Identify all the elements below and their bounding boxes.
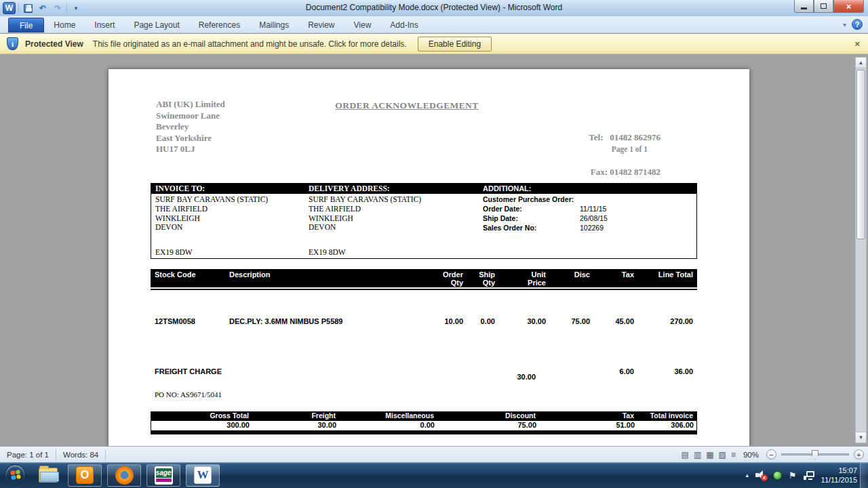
order-date-label: Order Date: — [483, 205, 522, 213]
divider — [105, 449, 106, 460]
outline-view-button[interactable]: ▧ — [719, 450, 726, 460]
fullscreen-reading-view-button[interactable]: ▥ — [694, 450, 701, 460]
print-layout-view-button[interactable]: ▤ — [682, 450, 689, 460]
zoom-out-button[interactable]: − — [766, 449, 776, 460]
tab-mailings[interactable]: Mailings — [250, 18, 298, 33]
items-table-header: Stock Code Description Order Qty Ship Qt… — [151, 269, 697, 290]
scrollbar-thumb[interactable] — [856, 70, 865, 239]
item-disc: 75.00 — [542, 317, 590, 325]
document-page: ABI (UK) Limited Swinemoor Lane Beverley… — [108, 69, 749, 446]
company-address-line: Beverley — [156, 121, 225, 133]
freight-value: 30.00 — [269, 421, 336, 429]
document-title: ORDER ACKNOWLEDGEMENT — [312, 100, 502, 111]
tab-page-layout[interactable]: Page Layout — [124, 18, 189, 33]
word-taskbar-button[interactable]: W — [186, 464, 220, 487]
freight-tax: 6.00 — [587, 367, 634, 375]
help-button[interactable]: ? — [852, 19, 863, 30]
col-disc: Disc — [549, 270, 590, 279]
scroll-up-button[interactable]: ▲ — [856, 58, 866, 68]
company-address-block: ABI (UK) Limited Swinemoor Lane Beverley… — [156, 99, 225, 155]
windows-flag-icon — [10, 470, 21, 480]
enable-editing-button[interactable]: Enable Editing — [418, 37, 492, 52]
word-count-status[interactable]: Words: 84 — [56, 451, 105, 459]
tab-insert[interactable]: Insert — [85, 18, 124, 33]
freight-header: Freight — [268, 411, 336, 420]
zoom-in-button[interactable]: + — [854, 449, 864, 460]
tab-view[interactable]: View — [344, 18, 381, 33]
show-desktop-button[interactable] — [860, 462, 868, 488]
item-line-total: 270.00 — [639, 317, 693, 325]
address-line: DEVON — [155, 223, 268, 232]
total-invoice-value: 306.00 — [619, 421, 694, 429]
total-invoice-header: Total invoice — [618, 411, 693, 420]
close-button[interactable]: × — [833, 0, 864, 13]
delivery-address: SURF BAY CARAVANS (STATIC) THE AIRFIELD … — [309, 195, 421, 232]
minimize-button[interactable] — [794, 0, 814, 13]
web-layout-view-button[interactable]: ▦ — [706, 450, 713, 460]
document-area: ABI (UK) Limited Swinemoor Lane Beverley… — [0, 54, 868, 446]
windows-explorer-button[interactable] — [35, 466, 62, 484]
sage-taskbar-button[interactable]: sage — [146, 464, 180, 487]
window-controls: × — [794, 0, 864, 13]
gross-total-value: 300.00 — [182, 421, 250, 429]
minimize-icon — [801, 7, 807, 9]
restore-button[interactable] — [814, 0, 833, 13]
outlook-taskbar-button[interactable]: O — [68, 464, 102, 487]
col-unit-price2: Price — [498, 279, 546, 287]
tab-add-ins[interactable]: Add-Ins — [380, 18, 427, 33]
zoom-level-label[interactable]: 90% — [743, 451, 759, 459]
start-button[interactable] — [5, 464, 26, 485]
address-line: DEVON — [309, 223, 421, 232]
gross-total-header: Gross Total — [181, 411, 249, 420]
address-line: WINKLEIGH — [155, 214, 268, 224]
action-center-flag-icon[interactable]: ⚑ — [789, 470, 797, 481]
firefox-icon — [115, 466, 134, 485]
tab-home[interactable]: Home — [44, 18, 85, 33]
page-count-status[interactable]: Page: 1 of 1 — [0, 451, 56, 459]
show-hidden-icons-button[interactable]: ▴ — [745, 472, 749, 479]
zoom-slider-thumb[interactable] — [812, 450, 818, 460]
col-tax: Tax — [593, 270, 634, 279]
ship-date-value: 26/08/15 — [580, 214, 608, 222]
address-line: THE AIRFIELD — [155, 205, 268, 214]
tab-file[interactable]: File — [8, 18, 44, 33]
item-tax: 45.00 — [587, 317, 634, 325]
delivery-postcode: EX19 8DW — [309, 248, 346, 256]
draft-view-button[interactable]: ≡ — [731, 450, 736, 460]
freight-label: FREIGHT CHARGE — [155, 367, 222, 375]
col-ship-qty: Ship — [454, 270, 495, 279]
taskbar: O sage W ▴ x ⚑ 15:07 11/11/2015 — [0, 462, 868, 488]
tab-references[interactable]: References — [189, 18, 250, 33]
sales-order-value: 102269 — [580, 224, 604, 232]
scroll-up-icon: ▲ — [859, 60, 864, 66]
fax-line: Fax: 01482 871482 — [589, 166, 660, 178]
freight-line-total: 36.00 — [639, 367, 693, 375]
item-unit-price: 30.00 — [498, 317, 546, 325]
firefox-taskbar-button[interactable] — [107, 464, 141, 487]
customer-po-label: Customer Purchase Order: — [483, 195, 574, 203]
address-line: WINKLEIGH — [309, 214, 421, 224]
company-address-line: HU17 0LJ — [156, 144, 225, 155]
ship-date-label: Ship Date: — [483, 214, 518, 222]
volume-muted-icon[interactable]: x — [755, 470, 766, 480]
clock-time: 15:07 — [821, 466, 857, 475]
system-tray: ▴ x ⚑ 15:07 11/11/2015 — [745, 462, 857, 488]
invoice-to-address: SURF BAY CARAVANS (STATIC) THE AIRFIELD … — [155, 195, 268, 232]
mute-x-badge: x — [761, 474, 768, 481]
scroll-down-button[interactable]: ▼ — [856, 432, 866, 443]
ribbon-options-chevron-icon[interactable]: ▾ — [843, 21, 846, 28]
taskbar-clock[interactable]: 15:07 11/11/2015 — [821, 466, 857, 485]
tab-review[interactable]: Review — [298, 18, 344, 33]
company-address-line: East Yorkshire — [156, 133, 225, 144]
order-date-value: 11/11/15 — [580, 205, 606, 213]
tel-line: Tel: 01482 862976 — [589, 131, 660, 143]
tray-status-icon[interactable] — [773, 471, 782, 480]
vertical-scrollbar[interactable]: ▲ ▼ — [855, 57, 867, 443]
network-icon[interactable] — [804, 471, 814, 480]
header-rule — [151, 289, 697, 290]
discount-value: 75.00 — [469, 421, 536, 429]
col-description: Description — [229, 270, 271, 279]
banner-close-icon[interactable]: × — [854, 39, 860, 49]
zoom-slider[interactable] — [781, 453, 849, 455]
banner-message[interactable]: This file originated as an e-mail attach… — [93, 39, 407, 49]
